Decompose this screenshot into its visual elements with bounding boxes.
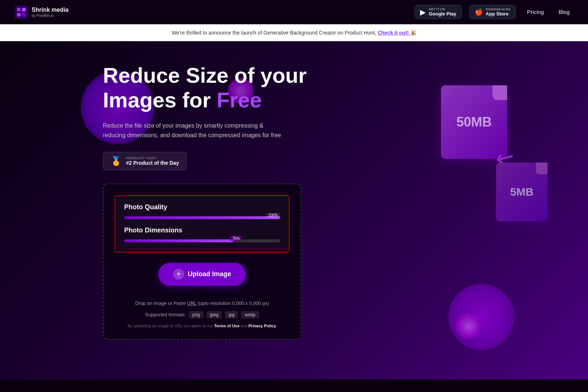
upload-btn-inner: + Upload Image — [173, 269, 231, 280]
dimensions-slider-container[interactable]: 70% — [124, 239, 280, 242]
google-play-text: GET IT ON Google Play — [429, 7, 456, 17]
nav-right: ▶ GET IT ON Google Play 🍎 Download on th… — [415, 5, 573, 19]
text-section: Reduce Size of your Images for Free Redu… — [103, 63, 306, 340]
logo-title: Shrink media — [32, 6, 68, 13]
navbar: Shrink media by PixelBin.io ▶ GET IT ON … — [0, 0, 588, 24]
svg-rect-3 — [17, 13, 21, 17]
announcement-text: We're thrilled to announce the launch of… — [172, 30, 376, 36]
svg-rect-1 — [17, 8, 21, 11]
drop-text: Drop an image or Paste URL (upto resolut… — [115, 300, 290, 306]
formats-row: Supported formats: png jpeg jpg webp — [115, 311, 290, 318]
pricing-link[interactable]: Pricing — [523, 7, 548, 17]
blog-link[interactable]: Blog — [555, 7, 573, 17]
upload-card: Photo Quality 100% Photo Dimensions — [103, 183, 301, 340]
hero-subtitle: Reduce the file size of your images by s… — [103, 121, 287, 140]
file-body-large: 50MB — [441, 85, 507, 159]
ph-top: PRODUCT HUNT — [126, 156, 179, 160]
logo[interactable]: Shrink media by PixelBin.io — [15, 6, 68, 19]
bg-circle-bottom-right — [448, 284, 514, 350]
upload-image-button[interactable]: + Upload Image — [158, 263, 246, 286]
svg-rect-2 — [22, 8, 26, 11]
settings-panel: Photo Quality 100% Photo Dimensions — [115, 195, 290, 253]
ph-medal-icon: 🏅 — [111, 156, 122, 166]
drop-text-part1: Drop an image or Paste — [135, 300, 186, 306]
tos-and: and — [241, 324, 247, 328]
hero-title-free: Free — [216, 88, 262, 112]
paste-url-link[interactable]: URL — [187, 300, 197, 306]
privacy-policy-link[interactable]: Privacy Policy. — [248, 324, 277, 328]
google-play-button[interactable]: ▶ GET IT ON Google Play — [415, 5, 462, 19]
quality-slider-fill — [124, 216, 280, 219]
google-play-top: GET IT ON — [429, 7, 456, 11]
product-hunt-badge: 🏅 PRODUCT HUNT #2 Product of the Day — [103, 152, 187, 170]
logo-icon — [15, 6, 28, 19]
tos-before-text: By uploading an image or URL you agree t… — [128, 324, 213, 328]
dimensions-slider-track — [124, 239, 280, 242]
file-icon-small: 5MB — [496, 163, 551, 225]
app-store-text: Download on the App Store — [486, 7, 511, 17]
upload-button-label: Upload Image — [188, 270, 231, 278]
bg-circle-inner-br — [456, 313, 481, 339]
main-content: 50MB ↙ 5MB Reduce Size of your Images fo… — [0, 41, 588, 379]
format-jpg: jpg — [225, 311, 238, 318]
logo-subtitle: by PixelBin.io — [32, 14, 68, 18]
photo-quality-setting: Photo Quality 100% — [124, 203, 280, 219]
app-store-button[interactable]: 🍎 Download on the App Store — [469, 5, 516, 19]
format-jpeg: jpeg — [207, 311, 222, 318]
photo-dimensions-setting: Photo Dimensions 70% — [124, 227, 280, 242]
app-store-top: Download on the — [486, 7, 511, 11]
file-size-small: 5MB — [510, 186, 533, 198]
google-play-bottom: Google Play — [429, 11, 456, 17]
svg-rect-4 — [22, 13, 26, 17]
quality-slider-track — [124, 216, 280, 219]
format-png: png — [189, 311, 204, 318]
quality-label: Photo Quality — [124, 203, 280, 211]
apple-icon: 🍎 — [475, 8, 483, 16]
hero-title: Reduce Size of your Images for Free — [103, 63, 306, 112]
file-body-small: 5MB — [496, 163, 548, 221]
illustration: 50MB ↙ 5MB — [412, 78, 559, 262]
cursor-hand-icon: ☞ — [198, 283, 209, 297]
format-webp: webp — [241, 311, 259, 318]
plus-circle-icon: + — [173, 269, 184, 280]
hero-title-line2-normal: Images for — [103, 88, 216, 112]
file-size-large: 50MB — [456, 114, 492, 130]
ph-text: PRODUCT HUNT #2 Product of the Day — [126, 156, 179, 166]
dimensions-slider-fill — [124, 239, 233, 242]
app-store-bottom: App Store — [486, 11, 511, 17]
drop-text-part2: (upto resolution 5,000 x 5,000 px) — [198, 300, 269, 306]
formats-label: Supported formats: — [145, 312, 186, 317]
google-play-icon: ▶ — [420, 8, 426, 17]
announcement-bar: We're thrilled to announce the launch of… — [0, 24, 588, 41]
quality-value-badge: 100% — [266, 213, 280, 218]
tos-text: By uploading an image or URL you agree t… — [115, 324, 290, 328]
announcement-link[interactable]: Check it out! 🎉 — [377, 30, 416, 36]
ph-bottom: #2 Product of the Day — [126, 160, 179, 166]
dimensions-value-badge: 70% — [230, 236, 242, 241]
logo-text: Shrink media by PixelBin.io — [32, 6, 68, 17]
svg-rect-0 — [15, 6, 28, 19]
dimensions-label: Photo Dimensions — [124, 227, 280, 234]
hero-title-line1: Reduce Size of your — [103, 63, 306, 87]
quality-slider-container[interactable]: 100% — [124, 216, 280, 219]
terms-of-use-link[interactable]: Terms of Use — [214, 324, 240, 328]
